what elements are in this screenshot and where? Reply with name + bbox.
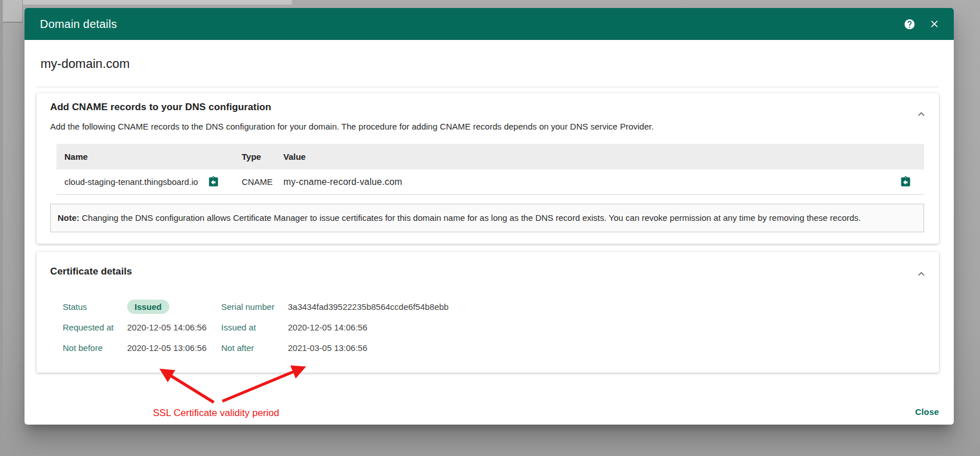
close-icon — [929, 18, 940, 30]
header-icons — [902, 17, 941, 31]
background-window-corner — [0, 0, 23, 23]
status-label: Status — [63, 302, 127, 312]
chevron-up-icon — [915, 108, 928, 120]
column-header-name: Name — [56, 152, 234, 162]
close-button[interactable]: Close — [915, 407, 939, 417]
divider — [36, 87, 939, 87]
requested-at-label: Requested at — [63, 322, 127, 332]
background-window-edge — [0, 0, 3, 456]
certificate-details-card: Certificate details Status Issued Serial… — [36, 252, 939, 373]
serial-number-label: Serial number — [221, 302, 288, 312]
note-label: Note: — [58, 213, 79, 223]
note-text: Changing the DNS configuration allows Ce… — [79, 213, 861, 223]
record-value: my-cname-record-value.com — [283, 177, 402, 187]
not-after-value: 2021-03-05 13:06:56 — [288, 343, 939, 353]
record-type: CNAME — [234, 177, 275, 187]
not-before-label: Not before — [63, 343, 127, 353]
chevron-up-icon — [915, 268, 928, 280]
dialog-header: Domain details — [25, 8, 954, 40]
copy-to-clipboard-icon — [900, 176, 912, 188]
status-badge: Issued — [127, 300, 169, 314]
cname-collapse-button[interactable] — [914, 107, 929, 122]
copy-to-clipboard-icon — [208, 176, 219, 188]
table-header-row: Name Type Value — [56, 144, 924, 170]
requested-at-value: 2020-12-05 14:06:56 — [127, 322, 221, 332]
dns-note: Note: Changing the DNS configuration all… — [50, 204, 924, 232]
background-window-strip — [0, 0, 292, 5]
issued-at-value: 2020-12-05 14:06:56 — [288, 322, 939, 332]
copy-name-button[interactable] — [207, 176, 219, 188]
cname-records-card: Add CNAME records to your DNS configurat… — [36, 93, 939, 244]
not-after-label: Not after — [221, 343, 288, 353]
help-icon — [904, 18, 916, 30]
annotation-label: SSL Certificate validity period — [148, 407, 284, 419]
dialog-title: Domain details — [40, 18, 902, 31]
domain-name-title: my-domain.com — [40, 57, 954, 71]
certificate-card-title: Certificate details — [50, 266, 939, 277]
cname-card-title: Add CNAME records to your DNS configurat… — [50, 102, 939, 113]
column-header-value: Value — [275, 152, 924, 162]
record-name: cloud-staging-tenant.thingsboard.io — [64, 177, 198, 187]
close-dialog-button[interactable] — [928, 17, 941, 31]
column-header-type: Type — [234, 152, 275, 162]
help-button[interactable] — [902, 17, 916, 31]
certificate-fields-grid: Status Issued Serial number 3a3434fad395… — [63, 296, 939, 358]
copy-value-button[interactable] — [899, 176, 912, 188]
cname-card-description: Add the following CNAME records to the D… — [50, 122, 925, 131]
table-row: cloud-staging-tenant.thingsboard.io CNAM… — [56, 170, 924, 195]
domain-details-dialog: Domain details my-domain.com Add CNAME r… — [25, 8, 954, 425]
not-before-value: 2020-12-05 13:06:56 — [127, 343, 221, 353]
cname-table: Name Type Value cloud-staging-tenant.thi… — [56, 144, 924, 195]
serial-number-value: 3a3434fad39522235b8564ccde6f54b8ebb — [288, 302, 939, 312]
issued-at-label: Issued at — [221, 322, 288, 332]
certificate-collapse-button[interactable] — [914, 267, 929, 281]
